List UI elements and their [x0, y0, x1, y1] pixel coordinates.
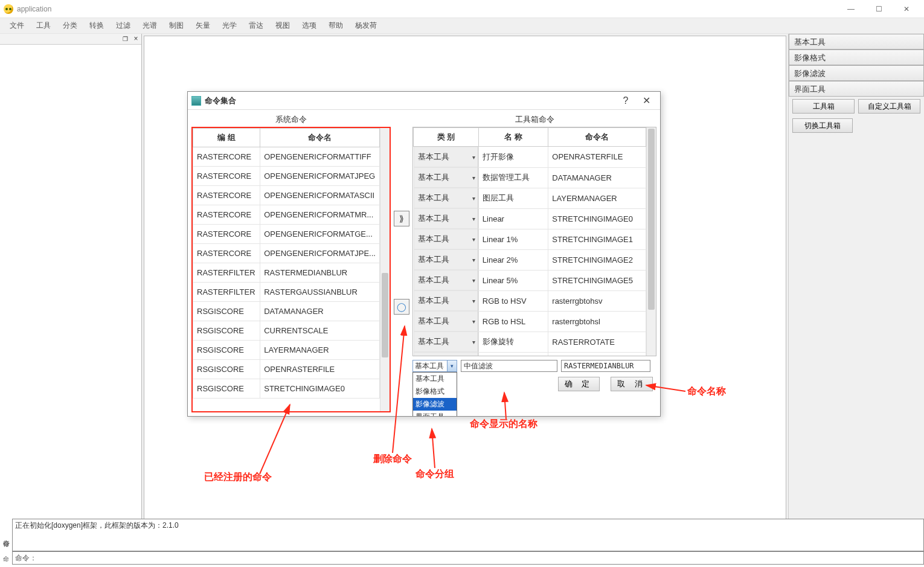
- category-combo-value: 基本工具: [415, 361, 444, 371]
- system-commands-table[interactable]: 编 组 命令名 RASTERCOREOPENGENERICFORMATTIFFR…: [191, 127, 391, 412]
- dock-float-icon[interactable]: ❐: [121, 34, 129, 43]
- log-panel-label: 命令行: [0, 519, 12, 551]
- switch-toolbox-button[interactable]: 切换工具箱: [792, 118, 853, 133]
- chevron-down-icon[interactable]: ▾: [472, 298, 475, 304]
- dialog-close-button[interactable]: ✕: [636, 93, 656, 109]
- dropdown-option[interactable]: 基本工具: [413, 373, 457, 385]
- chevron-down-icon[interactable]: ▾: [472, 216, 475, 222]
- command-set-dialog: 命令集合 ? ✕ 系统命令 编 组 命令名 RASTERCOREOPENGENE…: [187, 91, 661, 417]
- close-button[interactable]: ✕: [893, 0, 920, 18]
- toolbox-button[interactable]: 工具箱: [792, 99, 855, 114]
- custom-toolbox-button[interactable]: 自定义工具箱: [858, 99, 920, 114]
- table-row[interactable]: RASTERCOREOPENGENERICFORMATGE...: [193, 225, 380, 244]
- chevron-down-icon[interactable]: ▾: [472, 154, 475, 161]
- menu-item[interactable]: 杨发荷: [349, 18, 383, 33]
- table-row[interactable]: 基本工具▾RGB to HSLrasterrgbtohsl: [414, 311, 646, 332]
- sidebar-tab[interactable]: 基本工具: [789, 34, 924, 50]
- table-row[interactable]: 基本工具▾RGB to HSVrasterrgbtohsv: [414, 290, 646, 311]
- table-row[interactable]: RASTERFILTERRASTERMEDIANBLUR: [193, 263, 380, 283]
- menu-item[interactable]: 光学: [216, 18, 243, 33]
- table-row[interactable]: RSGISCORESTRETCHINGIMAGE0: [193, 379, 380, 399]
- dialog-icon: [191, 96, 201, 106]
- table-row[interactable]: RASTERCOREOPENGENERICFORMATTIFF: [193, 147, 380, 167]
- chevron-down-icon[interactable]: ▾: [472, 257, 475, 263]
- chevron-down-icon[interactable]: ▾: [472, 339, 475, 345]
- sidebar-tab[interactable]: 影像格式: [789, 50, 924, 65]
- menu-item[interactable]: 过滤: [110, 18, 136, 33]
- col-command-name: 命令名: [548, 128, 646, 147]
- menu-item[interactable]: 转换: [83, 18, 110, 33]
- col-cmdname: 命令名: [260, 129, 380, 147]
- command-input-label[interactable]: 命令：: [12, 551, 924, 565]
- menu-item[interactable]: 分类: [57, 18, 83, 33]
- table-row[interactable]: RASTERCOREOPENGENERICFORMATJPE...: [193, 244, 380, 263]
- table-row[interactable]: RSGISCORECURRENTSCALE: [193, 321, 380, 341]
- table-row[interactable]: RASTERFILTERRASTERGAUSSIANBLUR: [193, 283, 380, 302]
- menu-item[interactable]: 雷达: [243, 18, 269, 33]
- dialog-title: 命令集合: [205, 95, 236, 106]
- ok-button[interactable]: 确 定: [558, 377, 600, 391]
- table-row[interactable]: RASTERCOREOPENGENERICFORMATJPEG: [193, 167, 380, 186]
- category-dropdown[interactable]: 基本工具影像格式影像滤波界面工具系统命令: [412, 372, 457, 416]
- chevron-down-icon[interactable]: ▾: [472, 236, 475, 243]
- sidebar-tab[interactable]: 影像滤波: [789, 65, 924, 81]
- app-icon: [4, 4, 13, 14]
- chevron-down-icon[interactable]: ▾: [472, 175, 475, 181]
- chevron-down-icon[interactable]: ▾: [472, 277, 475, 284]
- col-category: 类 别: [414, 128, 479, 147]
- dropdown-option[interactable]: 影像滤波: [413, 398, 457, 411]
- table-row[interactable]: 基本工具▾数据管理工具DATAMANAGER: [414, 167, 646, 188]
- table-row[interactable]: 基本工具▾图层工具LAYERMANAGER: [414, 188, 646, 208]
- table-row[interactable]: 基本工具▾Linear 5%STRETCHINGIMAGE5: [414, 270, 646, 290]
- table-row[interactable]: 基本工具▾Linear 2%STRETCHINGIMAGE2: [414, 249, 646, 270]
- category-combo[interactable]: 基本工具 ▾: [412, 360, 457, 372]
- table-row[interactable]: 基本工具▾LinearSTRETCHINGIMAGE0: [414, 208, 646, 229]
- table-row[interactable]: RSGISCOREDATAMANAGER: [193, 302, 380, 321]
- display-name-input[interactable]: 中值滤波: [461, 360, 557, 372]
- window-titlebar: application — ☐ ✕: [0, 0, 924, 18]
- col-group: 编 组: [193, 129, 260, 147]
- scrollbar[interactable]: [380, 128, 390, 411]
- table-row[interactable]: 基本工具▾波段运算BANDOPERATOR: [414, 352, 646, 356]
- col-display-name: 名 称: [478, 128, 548, 147]
- table-row[interactable]: RASTERCOREOPENGENERICFORMATASCII: [193, 186, 380, 205]
- move-right-button[interactable]: ⟫: [394, 211, 409, 226]
- table-row[interactable]: RASTERCOREOPENGENERICFORMATMR...: [193, 205, 380, 225]
- dialog-help-button[interactable]: ?: [615, 93, 636, 109]
- menu-item[interactable]: 矢量: [190, 18, 216, 33]
- table-row[interactable]: 基本工具▾打开影像OPENRASTERFILE: [414, 147, 646, 168]
- dock-close-icon[interactable]: ×: [132, 34, 140, 43]
- menu-item[interactable]: 文件: [4, 18, 30, 33]
- menu-bar: 文件工具分类转换过滤光谱制图矢量光学雷达视图选项帮助杨发荷: [0, 18, 924, 34]
- system-commands-header: 系统命令: [191, 112, 391, 127]
- toolbox-commands-table[interactable]: 类 别 名 称 命令名 基本工具▾打开影像OPENRASTERFILE基本工具▾…: [412, 127, 656, 356]
- command-name-input[interactable]: RASTERMEDIANBLUR: [561, 360, 650, 372]
- dropdown-option[interactable]: 影像格式: [413, 385, 457, 398]
- menu-item[interactable]: 帮助: [322, 18, 349, 33]
- menu-item[interactable]: 视图: [269, 18, 296, 33]
- table-row[interactable]: 基本工具▾影像旋转RASTERROTATE: [414, 332, 646, 352]
- sidebar-tab[interactable]: 界面工具: [789, 81, 924, 97]
- refresh-button[interactable]: ◯: [394, 299, 409, 315]
- table-row[interactable]: 基本工具▾Linear 1%STRETCHINGIMAGE1: [414, 229, 646, 249]
- cmd-panel-label: 命: [0, 553, 12, 566]
- cancel-button[interactable]: 取 消: [611, 377, 653, 391]
- menu-item[interactable]: 光谱: [136, 18, 163, 33]
- toolbox-commands-header: 工具箱命令: [412, 112, 656, 127]
- chevron-down-icon[interactable]: ▾: [447, 360, 457, 371]
- maximize-button[interactable]: ☐: [865, 0, 893, 18]
- scrollbar[interactable]: [646, 127, 656, 356]
- log-output: 正在初始化[doxygen]框架，此框架的版本为：2.1.0: [12, 519, 924, 551]
- chevron-down-icon[interactable]: ▾: [472, 195, 475, 202]
- table-row[interactable]: RSGISCOREOPENRASTERFILE: [193, 360, 380, 379]
- dropdown-option[interactable]: 界面工具: [413, 411, 457, 416]
- minimize-button[interactable]: —: [837, 0, 865, 18]
- right-sidebar: 基本工具影像格式影像滤波界面工具 工具箱 自定义工具箱 切换工具箱 系统命令: [788, 34, 924, 567]
- menu-item[interactable]: 工具: [30, 18, 57, 33]
- left-dock-panel: ❐ ×: [0, 34, 142, 567]
- window-title: application: [17, 5, 51, 13]
- menu-item[interactable]: 制图: [163, 18, 190, 33]
- table-row[interactable]: RSGISCORELAYERMANAGER: [193, 341, 380, 360]
- chevron-down-icon[interactable]: ▾: [472, 318, 475, 325]
- menu-item[interactable]: 选项: [296, 18, 322, 33]
